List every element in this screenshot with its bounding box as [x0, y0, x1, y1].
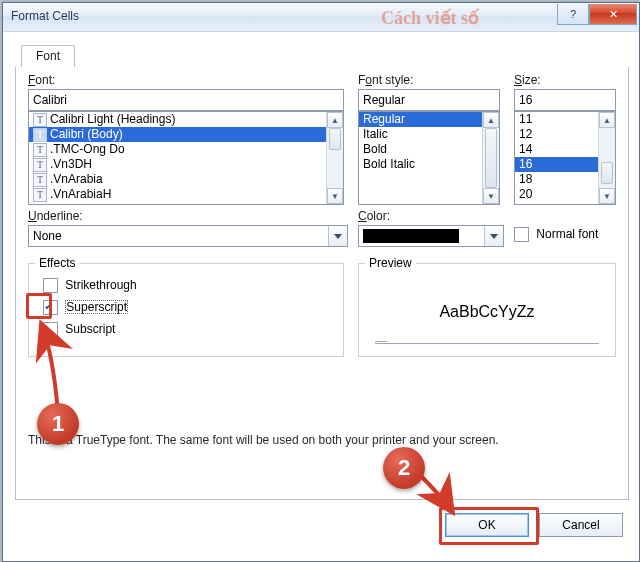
background-window-title: Cách viết số	[381, 7, 479, 29]
scroll-up-icon[interactable]: ▲	[327, 112, 343, 128]
titlebar: Format Cells Cách viết số ? ✕	[3, 3, 639, 32]
underline-combo[interactable]: None	[28, 225, 348, 247]
cancel-button[interactable]: Cancel	[539, 513, 623, 537]
size-input[interactable]	[514, 89, 616, 111]
effects-group: Effects StriKethrough SupErscript SuBscr…	[28, 263, 344, 357]
strikethrough-checkbox[interactable]	[43, 278, 58, 293]
truetype-icon: T	[33, 128, 47, 142]
font-style-input[interactable]	[358, 89, 500, 111]
list-item[interactable]: Bold	[359, 142, 499, 157]
preview-box: AaBbCcYyZz	[375, 280, 599, 344]
preview-group: Preview AaBbCcYyZz	[358, 263, 616, 357]
chevron-down-icon[interactable]	[484, 226, 503, 246]
truetype-icon: T	[33, 188, 47, 202]
window-title: Format Cells	[11, 9, 79, 23]
list-item[interactable]: T.TMC-Ong Do	[29, 142, 343, 157]
normal-font-checkbox[interactable]	[514, 227, 529, 242]
font-style-label: FOnt style:	[358, 73, 413, 87]
font-style-list[interactable]: Regular Italic Bold Bold Italic ▲ ▼	[358, 111, 500, 205]
scroll-up-icon[interactable]: ▲	[483, 112, 499, 128]
scroll-down-icon[interactable]: ▼	[599, 188, 615, 204]
superscript-row: SupErscript	[43, 300, 128, 315]
strikethrough-row: StriKethrough	[43, 278, 137, 293]
list-item[interactable]: T.VnArabia	[29, 172, 343, 187]
strikethrough-label: StriKethrough	[65, 278, 136, 292]
color-swatch	[363, 229, 459, 243]
window-buttons: ? ✕	[557, 4, 637, 25]
scroll-thumb[interactable]	[485, 128, 497, 188]
scrollbar[interactable]: ▲ ▼	[598, 112, 615, 204]
help-button[interactable]: ?	[557, 4, 589, 25]
scroll-up-icon[interactable]: ▲	[599, 112, 615, 128]
truetype-icon: T	[33, 143, 47, 157]
normal-font-label: Normal font	[536, 227, 598, 241]
list-item[interactable]: T.Vn3DH	[29, 157, 343, 172]
effects-legend: Effects	[35, 256, 79, 270]
font-label: Font:	[28, 73, 55, 87]
list-item[interactable]: T.VnArabiaH	[29, 187, 343, 202]
superscript-checkbox[interactable]	[43, 300, 58, 315]
scroll-down-icon[interactable]: ▼	[327, 188, 343, 204]
color-label: Color:	[358, 209, 390, 223]
superscript-label: SupErscript	[65, 300, 128, 314]
chevron-down-icon[interactable]	[328, 226, 347, 246]
tab-strip: Font	[15, 43, 627, 68]
size-label: Size:	[514, 73, 541, 87]
list-item[interactable]: Bold Italic	[359, 157, 499, 172]
ok-button[interactable]: OK	[445, 513, 529, 537]
subscript-checkbox[interactable]	[43, 322, 58, 337]
font-panel: Font: TCalibri Light (Headings) TCalibri…	[15, 67, 629, 500]
scroll-thumb[interactable]	[329, 128, 341, 150]
list-item[interactable]: Italic	[359, 127, 499, 142]
list-item[interactable]: TCalibri (Body)	[29, 127, 343, 142]
subscript-row: SuBscript	[43, 322, 115, 337]
underline-value: None	[33, 229, 62, 243]
normal-font-row: Normal font	[514, 227, 598, 242]
font-input[interactable]	[28, 89, 344, 111]
truetype-icon: T	[33, 173, 47, 187]
size-list[interactable]: 11 12 14 16 18 20 ▲ ▼	[514, 111, 616, 205]
font-list[interactable]: TCalibri Light (Headings) TCalibri (Body…	[28, 111, 344, 205]
preview-text: AaBbCcYyZz	[439, 303, 534, 321]
subscript-label: SuBscript	[65, 322, 115, 336]
color-combo[interactable]	[358, 225, 504, 247]
preview-legend: Preview	[365, 256, 416, 270]
truetype-icon: T	[33, 113, 47, 127]
truetype-icon: T	[33, 158, 47, 172]
scrollbar[interactable]: ▲ ▼	[326, 112, 343, 204]
close-button[interactable]: ✕	[589, 4, 637, 25]
info-text: This is a TrueType font. The same font w…	[28, 433, 499, 447]
format-cells-dialog: Format Cells Cách viết số ? ✕ Font Font:…	[2, 2, 640, 562]
list-item[interactable]: TCalibri Light (Headings)	[29, 112, 343, 127]
scrollbar[interactable]: ▲ ▼	[482, 112, 499, 204]
scroll-down-icon[interactable]: ▼	[483, 188, 499, 204]
list-item[interactable]: Regular	[359, 112, 499, 127]
underline-label: Underline:	[28, 209, 83, 223]
scroll-thumb[interactable]	[601, 162, 613, 184]
